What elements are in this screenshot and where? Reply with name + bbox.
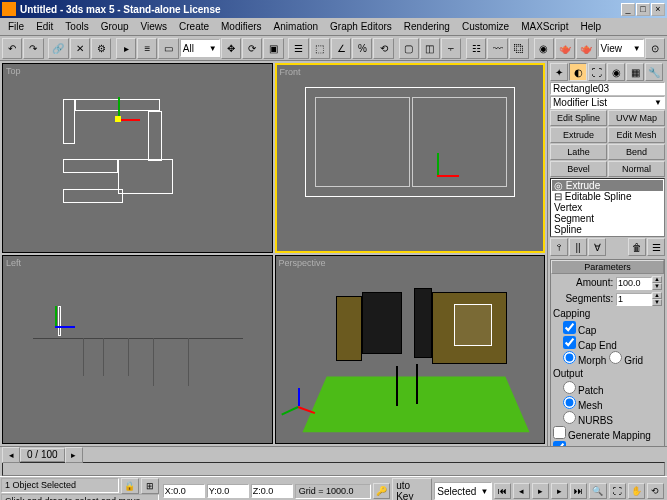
menu-customize[interactable]: Customize <box>456 19 515 34</box>
goto-start-button[interactable]: ⏮ <box>494 483 511 499</box>
snap-button[interactable]: ⬚ <box>310 38 330 59</box>
btn-edit-mesh[interactable]: Edit Mesh <box>608 127 665 143</box>
menu-create[interactable]: Create <box>173 19 215 34</box>
menu-rendering[interactable]: Rendering <box>398 19 456 34</box>
zoom-icon[interactable]: 🔍 <box>589 483 606 499</box>
time-slider[interactable]: ◂ 0 / 100 ▸ <box>0 446 667 462</box>
time-prev[interactable]: ◂ <box>2 447 20 463</box>
time-next[interactable]: ▸ <box>65 447 83 463</box>
menu-edit[interactable]: Edit <box>30 19 59 34</box>
nurbs-radio[interactable]: NURBS <box>563 416 613 426</box>
viewport-perspective[interactable]: Perspective <box>275 255 546 445</box>
pin-stack-button[interactable]: ⫯ <box>550 238 568 256</box>
select-name-button[interactable]: ≡ <box>137 38 157 59</box>
morph-radio[interactable]: Morph <box>563 356 606 366</box>
named-sel-button[interactable]: ▢ <box>399 38 419 59</box>
arc-rotate-icon[interactable]: ⟲ <box>647 483 664 499</box>
maximize-button[interactable]: □ <box>636 3 650 16</box>
select-button[interactable]: ▸ <box>116 38 136 59</box>
configure-sets-button[interactable]: ☰ <box>647 238 665 256</box>
segments-up[interactable]: ▲ <box>652 292 662 299</box>
amount-down[interactable]: ▼ <box>652 283 662 290</box>
prev-frame-button[interactable]: ◂ <box>513 483 530 499</box>
percent-snap-button[interactable]: % <box>352 38 372 59</box>
menu-views[interactable]: Views <box>135 19 174 34</box>
menu-file[interactable]: File <box>2 19 30 34</box>
parameters-rollout-header[interactable]: Parameters <box>551 260 664 274</box>
menu-help[interactable]: Help <box>574 19 607 34</box>
btn-edit-spline[interactable]: Edit Spline <box>550 110 607 126</box>
segments-down[interactable]: ▼ <box>652 299 662 306</box>
patch-radio[interactable]: Patch <box>563 386 604 396</box>
curve-editor-button[interactable]: 〰 <box>487 38 507 59</box>
create-tab[interactable]: ✦ <box>550 63 568 81</box>
key-mode-button[interactable]: 🔑 <box>373 483 390 499</box>
menu-group[interactable]: Group <box>95 19 135 34</box>
show-result-button[interactable]: || <box>569 238 587 256</box>
mirror-button[interactable]: ◫ <box>420 38 440 59</box>
align-button[interactable]: ⫟ <box>441 38 461 59</box>
quick-render-button[interactable]: 🫖 <box>576 38 596 59</box>
select-region-button[interactable]: ▭ <box>158 38 178 59</box>
motion-tab[interactable]: ◉ <box>607 63 625 81</box>
btn-extrude[interactable]: Extrude <box>550 127 607 143</box>
stack-spline[interactable]: Spline <box>552 224 663 235</box>
selection-filter-dropdown[interactable]: All▼ <box>180 39 220 57</box>
menu-graph-editors[interactable]: Graph Editors <box>324 19 398 34</box>
abs-rel-button[interactable]: ⊞ <box>141 478 159 494</box>
display-tab[interactable]: ▦ <box>626 63 644 81</box>
viewport-front[interactable]: Front <box>275 63 546 253</box>
move-button[interactable]: ✥ <box>221 38 241 59</box>
rotate-button[interactable]: ⟳ <box>242 38 262 59</box>
center-button[interactable]: ⊙ <box>645 38 665 59</box>
link-button[interactable]: 🔗 <box>48 38 68 59</box>
x-coord-field[interactable] <box>163 484 205 498</box>
btn-bend[interactable]: Bend <box>608 144 665 160</box>
segments-field[interactable] <box>616 293 652 306</box>
time-display[interactable]: 0 / 100 <box>20 448 65 462</box>
stack-segment[interactable]: Segment <box>552 213 663 224</box>
btn-bevel[interactable]: Bevel <box>550 161 607 177</box>
make-unique-button[interactable]: ∀ <box>588 238 606 256</box>
modifier-list-dropdown[interactable]: Modifier List▼ <box>550 96 665 109</box>
undo-button[interactable]: ↶ <box>2 38 22 59</box>
z-coord-field[interactable] <box>251 484 293 498</box>
grid-radio[interactable]: Grid <box>609 356 643 366</box>
layers-button[interactable]: ☷ <box>466 38 486 59</box>
modifier-stack[interactable]: ◎ Extrude ⊟ Editable Spline Vertex Segme… <box>550 178 665 237</box>
ref-coord-dropdown[interactable]: View▼ <box>598 39 644 57</box>
pan-icon[interactable]: ✋ <box>628 483 645 499</box>
material-editor-button[interactable]: ◉ <box>534 38 554 59</box>
manip-button[interactable]: ☰ <box>288 38 308 59</box>
object-name-field[interactable] <box>550 82 665 95</box>
cap-end-checkbox[interactable]: Cap End <box>563 341 617 351</box>
unlink-button[interactable]: ✕ <box>70 38 90 59</box>
menu-tools[interactable]: Tools <box>59 19 94 34</box>
menu-animation[interactable]: Animation <box>268 19 324 34</box>
bind-button[interactable]: ⚙ <box>91 38 111 59</box>
amount-up[interactable]: ▲ <box>652 276 662 283</box>
menu-maxscript[interactable]: MAXScript <box>515 19 574 34</box>
redo-button[interactable]: ↷ <box>23 38 43 59</box>
play-button[interactable]: ▸ <box>532 483 549 499</box>
render-scene-button[interactable]: 🫖 <box>555 38 575 59</box>
amount-field[interactable] <box>616 277 652 290</box>
viewport-left[interactable]: Left <box>2 255 273 445</box>
scale-button[interactable]: ▣ <box>263 38 283 59</box>
btn-lathe[interactable]: Lathe <box>550 144 607 160</box>
track-bar[interactable] <box>2 462 665 476</box>
schematic-button[interactable]: ⿻ <box>509 38 529 59</box>
stack-vertex[interactable]: Vertex <box>552 202 663 213</box>
mesh-radio[interactable]: Mesh <box>563 401 602 411</box>
cap-start-checkbox[interactable]: Cap <box>563 326 596 336</box>
angle-snap-button[interactable]: ∠ <box>331 38 351 59</box>
remove-modifier-button[interactable]: 🗑 <box>628 238 646 256</box>
viewport-top[interactable]: Top <box>2 63 273 253</box>
spinner-snap-button[interactable]: ⟲ <box>373 38 393 59</box>
zoom-all-icon[interactable]: ⛶ <box>609 483 626 499</box>
goto-end-button[interactable]: ⏭ <box>570 483 587 499</box>
close-button[interactable]: × <box>651 3 665 16</box>
stack-extrude[interactable]: ◎ Extrude <box>552 180 663 191</box>
key-selected-dropdown[interactable]: Selected▼ <box>434 482 491 500</box>
minimize-button[interactable]: _ <box>621 3 635 16</box>
